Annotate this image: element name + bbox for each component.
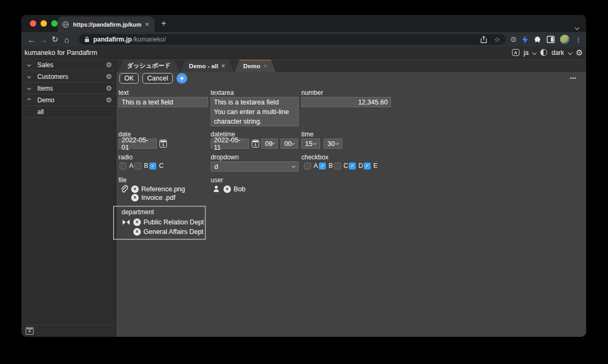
time-hour-select[interactable]: 15	[301, 139, 320, 149]
radio-option-c[interactable]: ✓ C	[149, 162, 164, 169]
datetime-date-input[interactable]: 2022-05-11	[211, 139, 249, 149]
tab-demo[interactable]: Demo ×	[235, 60, 276, 72]
datetime-minute-select[interactable]: 00	[281, 139, 298, 149]
text-field-label: text	[118, 89, 129, 96]
main-panel: ダッシュボード Demo - all × Demo × OK Cancel + …	[116, 59, 586, 337]
paperclip-icon[interactable]	[119, 184, 129, 193]
remove-file-icon[interactable]: ×	[131, 185, 139, 193]
user-field-label: user	[211, 176, 223, 184]
close-icon[interactable]: ×	[263, 62, 267, 70]
checkbox-unchecked-icon[interactable]	[334, 163, 341, 169]
checkbox-option-a[interactable]: A	[304, 162, 318, 169]
cancel-button[interactable]: Cancel	[142, 73, 173, 84]
chevron-down-icon	[292, 164, 295, 168]
calendar-icon[interactable]: 1	[252, 140, 259, 148]
ok-button[interactable]: OK	[119, 73, 139, 84]
settings-gear-icon[interactable]: ⚙	[576, 48, 583, 58]
calendar-icon[interactable]: 1	[159, 140, 167, 148]
close-icon[interactable]: ×	[221, 62, 225, 70]
dropdown-select[interactable]: d	[211, 161, 299, 172]
share-icon[interactable]	[481, 36, 487, 43]
time-minute-select[interactable]: 30	[324, 139, 342, 149]
chevron-down-icon	[335, 141, 339, 145]
radio-field-label: radio	[118, 153, 133, 161]
checkbox-checked-icon[interactable]: ✓	[349, 163, 356, 169]
textarea-label: textarea	[211, 89, 234, 96]
textarea-input[interactable]: This is a textarea field You can enter a…	[211, 97, 299, 126]
language-select[interactable]: ja	[524, 49, 529, 56]
date-input[interactable]: 2022-05-01	[118, 139, 157, 149]
browser-tab[interactable]: https://pandafirm.jp/kumaneko ×	[58, 17, 155, 32]
number-field-label: number	[301, 89, 323, 96]
browser-tab-title: https://pandafirm.jp/kumaneko	[73, 21, 141, 28]
chevron-up-icon	[27, 98, 31, 102]
checkbox-checked-icon[interactable]: ✓	[364, 163, 371, 169]
organization-icon[interactable]	[122, 217, 131, 227]
radio-checked-icon[interactable]: ✓	[149, 163, 156, 169]
more-options-button[interactable]: •••	[570, 76, 577, 81]
extensions-puzzle-icon[interactable]	[533, 36, 541, 44]
add-record-button[interactable]: +	[177, 73, 187, 84]
remove-department-icon[interactable]: ×	[133, 228, 141, 236]
file-field-label: file	[118, 176, 126, 184]
new-tab-button[interactable]: +	[159, 19, 169, 28]
radio-option-b[interactable]: B	[134, 162, 148, 169]
demo-gear-icon[interactable]: ⚙	[106, 96, 112, 104]
tab-demo-all[interactable]: Demo - all ×	[180, 60, 234, 72]
department-field-group: department × Public Relation Dept	[113, 206, 206, 240]
sidebar-item-demo-all[interactable]: all	[21, 106, 116, 118]
theme-select[interactable]: dark	[551, 49, 564, 56]
checkbox-option-d[interactable]: ✓ D	[349, 162, 363, 169]
bookmark-icon[interactable]: ☆	[494, 36, 500, 44]
number-input[interactable]: 12,345.60	[301, 97, 391, 107]
items-gear-icon[interactable]: ⚙	[106, 84, 112, 92]
chevron-down-icon	[272, 142, 275, 145]
profile-avatar[interactable]	[560, 35, 570, 44]
tab-search-chevron-icon[interactable]	[575, 22, 579, 31]
sidebar-item-demo[interactable]: Demo ⚙	[21, 94, 116, 106]
checkbox-checked-icon[interactable]: ✓	[319, 163, 326, 169]
text-input[interactable]: This is a text field	[118, 97, 208, 107]
close-window-button[interactable]	[30, 20, 36, 27]
forward-button[interactable]: →	[37, 35, 49, 44]
lightning-icon[interactable]	[522, 36, 528, 44]
action-bar: OK Cancel + •••	[116, 72, 586, 85]
radio-option-a[interactable]: A	[119, 162, 133, 169]
remove-user-icon[interactable]: ×	[223, 185, 231, 193]
checkbox-option-b[interactable]: ✓ B	[319, 162, 333, 169]
radio-unchecked-icon[interactable]	[119, 163, 126, 169]
theme-chevron-icon[interactable]	[567, 50, 572, 54]
tab-dashboard[interactable]: ダッシュボード	[118, 60, 179, 72]
browser-tab-close-icon[interactable]: ×	[145, 21, 149, 28]
language-chevron-icon[interactable]	[532, 50, 537, 54]
url-path: /kumaneko/	[133, 36, 166, 43]
radio-unchecked-icon[interactable]	[134, 163, 141, 169]
dropdown-field-label: dropdown	[211, 153, 239, 161]
person-icon[interactable]	[212, 184, 221, 193]
browser-menu-kebab-icon[interactable]: ⋮	[575, 36, 582, 44]
sidebar-item-customers[interactable]: Customers ⚙	[21, 71, 116, 83]
sales-gear-icon[interactable]: ⚙	[106, 61, 112, 69]
minimize-window-button[interactable]	[41, 20, 47, 27]
back-button[interactable]: ←	[26, 35, 37, 44]
reload-button[interactable]: ↻	[49, 35, 61, 44]
checkbox-option-c[interactable]: C	[334, 162, 348, 169]
extension-gear-icon[interactable]: ⚙	[510, 35, 517, 44]
customers-gear-icon[interactable]: ⚙	[106, 72, 112, 80]
remove-file-icon[interactable]: ×	[131, 194, 139, 201]
checkbox-option-e[interactable]: ✓ E	[364, 162, 378, 169]
side-panel-icon[interactable]	[547, 36, 555, 43]
checkbox-unchecked-icon[interactable]	[304, 163, 311, 169]
home-button[interactable]: ⌂	[61, 35, 73, 44]
url-bar[interactable]: pandafirm.jp /kumaneko/ ☆	[79, 34, 506, 45]
remove-department-icon[interactable]: ×	[133, 219, 141, 226]
browser-toolbar: ← → ↻ ⌂ pandafirm.jp /kumaneko/ ☆ ⚙	[21, 32, 586, 47]
app-tabbar: ダッシュボード Demo - all × Demo ×	[116, 59, 586, 72]
sidebar-item-sales[interactable]: Sales ⚙	[21, 59, 116, 71]
department-field-label: department	[122, 208, 205, 216]
chevron-down-icon	[27, 86, 31, 90]
sidebar-item-items[interactable]: Items ⚙	[21, 83, 116, 94]
add-board-icon[interactable]: +	[26, 327, 34, 335]
fullscreen-window-button[interactable]	[51, 20, 58, 27]
datetime-hour-select[interactable]: 09	[261, 139, 278, 149]
